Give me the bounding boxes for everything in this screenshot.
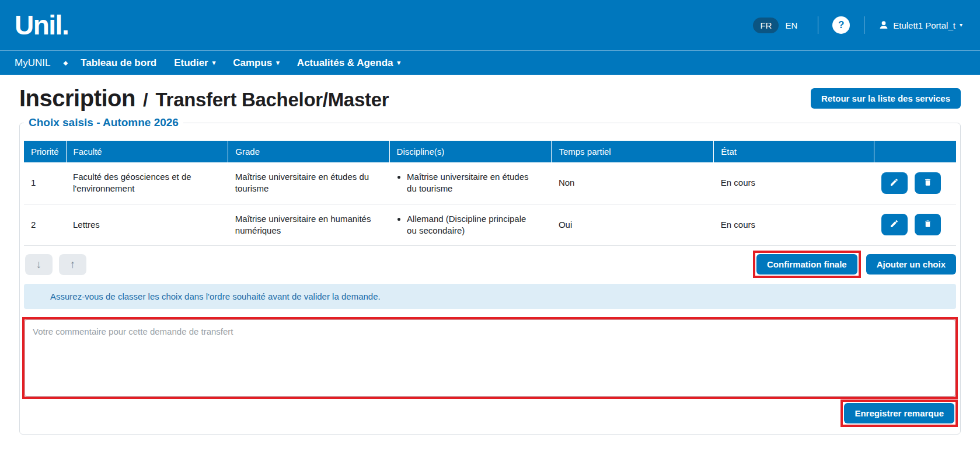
chevron-down-icon: ▾ [276,59,280,67]
lang-en-button[interactable]: EN [779,18,804,33]
discipline-item: Allemand (Discipline principale ou secon… [407,213,536,237]
discipline-item: Maîtrise universitaire en études du tour… [407,171,536,195]
cell-parttime: Non [552,162,714,204]
comment-textarea[interactable] [25,319,955,397]
table-header-row: Priorité Faculté Grade Discipline(s) Tem… [24,141,956,162]
arrow-down-icon: ↓ [36,258,42,270]
move-up-button[interactable]: ↑ [59,254,86,275]
lang-fr-button[interactable]: FR [753,18,779,33]
cell-priority: 2 [24,204,66,246]
move-down-button[interactable]: ↓ [25,254,53,275]
help-icon[interactable]: ? [832,16,850,34]
table-row: 1 Faculté des géosciences et de l'enviro… [24,162,956,204]
language-switch: FR EN [753,18,804,33]
cell-actions [874,204,956,246]
arrow-up-icon: ↑ [70,258,76,270]
col-header-faculty: Faculté [66,141,228,162]
info-message: Assurez-vous de classer les choix dans l… [24,284,956,309]
annotation-highlight-save: Enregistrer remarque [841,400,958,427]
reorder-actions-row: ↓ ↑ Confirmation finale Ajouter un choix [24,251,956,278]
cell-parttime: Oui [552,204,714,246]
diamond-icon: ◆ [63,60,68,66]
choices-legend: Choix saisis - Automne 2026 [24,116,183,129]
choices-table: Priorité Faculté Grade Discipline(s) Tem… [24,141,956,246]
cell-disciplines: Maîtrise universitaire en études du tour… [389,162,552,204]
edit-choice-button[interactable] [881,172,908,194]
cell-priority: 1 [24,162,66,204]
col-header-parttime: Temps partiel [552,141,714,162]
annotation-highlight-comment [22,317,958,399]
pencil-icon [890,219,899,230]
nav-item-news-label: Actualités & Agenda [297,57,393,69]
cell-state: En cours [714,162,874,204]
chevron-down-icon: ▾ [397,59,401,67]
user-menu[interactable]: Etulett1 Portal_t ▾ [878,20,962,30]
header-right: FR EN ? Etulett1 Portal_t ▾ [753,16,962,34]
app-header: Unil. FR EN ? Etulett1 Portal_t ▾ [0,0,980,50]
col-header-priority: Priorité [24,141,66,162]
back-to-services-button[interactable]: Retour sur la liste des services [811,88,961,109]
trash-icon [923,178,932,189]
delete-choice-button[interactable] [915,172,941,194]
chevron-down-icon: ▾ [212,59,216,67]
annotation-highlight-confirm: Confirmation finale [753,251,861,278]
choices-section: Choix saisis - Automne 2026 Priorité Fac… [19,116,961,435]
header-divider [864,16,864,34]
move-buttons: ↓ ↑ [25,254,86,275]
unil-logo[interactable]: Unil. [15,12,68,39]
save-remark-button[interactable]: Enregistrer remarque [844,403,954,423]
col-header-actions [874,141,956,162]
nav-item-campus[interactable]: Campus ▾ [233,57,280,69]
col-header-state: État [714,141,874,162]
nav-item-myunil[interactable]: MyUNIL [15,57,50,69]
cell-state: En cours [714,204,874,246]
cell-grade: Maîtrise universitaire en études du tour… [228,162,389,204]
col-header-disciplines: Discipline(s) [389,141,552,162]
main-content: Inscription / Transfert Bachelor/Master … [0,85,980,435]
trash-icon [923,219,932,230]
nav-item-dashboard[interactable]: Tableau de bord [81,57,156,69]
cell-faculty: Faculté des géosciences et de l'environn… [66,162,228,204]
pencil-icon [890,178,899,189]
cell-actions [874,162,956,204]
page-title: Inscription / Transfert Bachelor/Master [19,85,389,112]
nav-item-news[interactable]: Actualités & Agenda ▾ [297,57,400,69]
user-icon [878,20,889,30]
breadcrumb-separator: / [143,90,148,111]
save-row: Enregistrer remarque [24,400,958,427]
cell-disciplines: Allemand (Discipline principale ou secon… [389,204,552,246]
cell-faculty: Lettres [66,204,228,246]
nav-item-study[interactable]: Etudier ▾ [174,57,215,69]
table-row: 2 Lettres Maîtrise universitaire en huma… [24,204,956,246]
main-nav: MyUNIL ◆ Tableau de bord Etudier ▾ Campu… [0,50,980,75]
header-divider [818,16,818,34]
title-row: Inscription / Transfert Bachelor/Master … [19,85,961,112]
delete-choice-button[interactable] [915,214,941,235]
nav-item-campus-label: Campus [233,57,272,69]
page-title-secondary: Transfert Bachelor/Master [156,89,389,111]
cell-grade: Maîtrise universitaire en humanités numé… [228,204,389,246]
edit-choice-button[interactable] [881,214,908,235]
col-header-grade: Grade [228,141,389,162]
page-title-primary: Inscription [19,85,135,112]
nav-item-study-label: Etudier [174,57,208,69]
chevron-down-icon: ▾ [960,22,962,28]
user-name: Etulett1 Portal_t [893,20,955,30]
add-choice-button[interactable]: Ajouter un choix [866,254,956,275]
final-confirmation-button[interactable]: Confirmation finale [756,254,857,275]
choice-actions: Confirmation finale Ajouter un choix [753,251,956,278]
